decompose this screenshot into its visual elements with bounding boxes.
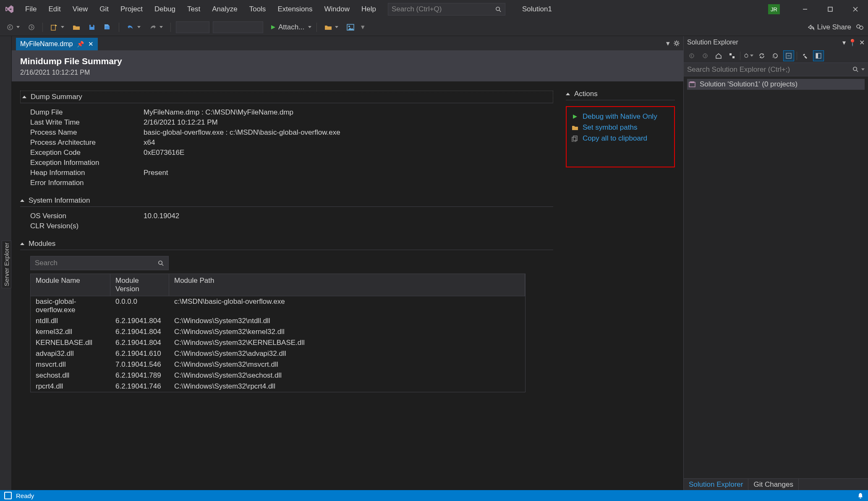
config-dropdown[interactable] bbox=[176, 21, 209, 33]
cell: sechost.dll bbox=[31, 370, 110, 381]
table-row[interactable]: sechost.dll6.2.19041.789C:\Windows\Syste… bbox=[31, 370, 525, 381]
play-icon bbox=[270, 24, 276, 30]
attach-button[interactable]: Attach... bbox=[270, 23, 311, 31]
info-row: CLR Version(s) bbox=[30, 221, 553, 231]
home-icon[interactable] bbox=[713, 50, 724, 61]
preview-icon[interactable] bbox=[813, 50, 824, 61]
menu-help[interactable]: Help bbox=[356, 3, 382, 16]
maximize-button[interactable] bbox=[818, 0, 843, 18]
action-copy-all-to-clipboard[interactable]: Copy all to clipboard bbox=[570, 133, 671, 144]
filter-icon[interactable] bbox=[743, 50, 754, 61]
modules-header[interactable]: Modules bbox=[20, 238, 553, 250]
column-header[interactable]: Module Version bbox=[110, 274, 169, 296]
properties-icon[interactable] bbox=[800, 50, 810, 61]
action-debug-with-native-only[interactable]: Debug with Native Only bbox=[570, 111, 671, 122]
system-info-header[interactable]: System Information bbox=[20, 195, 553, 207]
nav-forward-button[interactable] bbox=[26, 22, 37, 32]
table-row[interactable]: msvcrt.dll7.0.19041.546C:\Windows\System… bbox=[31, 359, 525, 370]
pin-icon[interactable]: 📌 bbox=[77, 41, 84, 47]
tab-git-changes[interactable]: Git Changes bbox=[748, 479, 799, 490]
menu-test[interactable]: Test bbox=[181, 3, 206, 16]
table-row[interactable]: kernel32.dll6.2.19041.804C:\Windows\Syst… bbox=[31, 326, 525, 337]
nav-back-button[interactable] bbox=[4, 22, 22, 32]
table-row[interactable]: advapi32.dll6.2.19041.610C:\Windows\Syst… bbox=[31, 348, 525, 359]
search-icon bbox=[495, 6, 502, 13]
solution-name: Solution1 bbox=[522, 5, 552, 13]
refresh-icon[interactable] bbox=[770, 50, 781, 61]
save-button[interactable] bbox=[86, 22, 98, 32]
folder-icon bbox=[572, 125, 579, 130]
menu-view[interactable]: View bbox=[67, 3, 94, 16]
tab-settings-icon[interactable] bbox=[673, 40, 680, 47]
solexp-toolbar bbox=[684, 49, 868, 63]
minimize-button[interactable] bbox=[792, 0, 818, 18]
cell: c:\MSDN\basic-global-overflow.exe bbox=[169, 296, 525, 316]
collapse-all-icon[interactable] bbox=[783, 50, 794, 61]
svg-rect-18 bbox=[572, 137, 576, 142]
svg-line-1 bbox=[499, 10, 501, 12]
table-row[interactable]: basic-global-overflow.exe0.0.0.0c:\MSDN\… bbox=[31, 296, 525, 316]
sync-icon[interactable] bbox=[756, 50, 767, 61]
close-icon[interactable]: ✕ bbox=[859, 39, 865, 47]
redo-button[interactable] bbox=[146, 22, 165, 32]
cell: C:\Windows\System32\advapi32.dll bbox=[169, 348, 525, 359]
solexp-search[interactable]: Search Solution Explorer (Ctrl+;) bbox=[684, 63, 868, 76]
side-tool-strip: Server Explorer Toolbox bbox=[0, 36, 12, 490]
switch-views-icon[interactable] bbox=[727, 50, 737, 61]
save-all-button[interactable] bbox=[101, 22, 114, 33]
column-header[interactable]: Module Name bbox=[31, 274, 110, 296]
menu-debug[interactable]: Debug bbox=[149, 3, 181, 16]
notification-bell-icon[interactable] bbox=[857, 492, 864, 499]
menu-git[interactable]: Git bbox=[94, 3, 115, 16]
info-key: Process Architecture bbox=[30, 138, 144, 147]
back-icon[interactable] bbox=[686, 50, 697, 61]
menu-analyze[interactable]: Analyze bbox=[206, 3, 243, 16]
action-set-symbol-paths[interactable]: Set symbol paths bbox=[570, 122, 671, 133]
menu-project[interactable]: Project bbox=[115, 3, 149, 16]
liveshare-button[interactable]: Live Share bbox=[807, 23, 851, 31]
menu-edit[interactable]: Edit bbox=[42, 3, 66, 16]
dropdown-icon[interactable]: ▾ bbox=[842, 39, 846, 47]
menu-file[interactable]: File bbox=[19, 3, 42, 16]
open-button[interactable] bbox=[70, 23, 83, 32]
server-explorer-tab[interactable]: Server Explorer bbox=[2, 240, 11, 288]
titlebar: FileEditViewGitProjectDebugTestAnalyzeTo… bbox=[0, 0, 868, 18]
forward-icon[interactable] bbox=[700, 50, 711, 61]
close-button[interactable] bbox=[843, 0, 868, 18]
new-item-button[interactable] bbox=[48, 22, 67, 33]
feedback-icon[interactable] bbox=[855, 23, 864, 31]
svg-rect-22 bbox=[732, 56, 735, 58]
menu-tools[interactable]: Tools bbox=[243, 3, 272, 16]
undo-button[interactable] bbox=[124, 22, 143, 32]
close-icon[interactable]: ✕ bbox=[88, 40, 94, 48]
info-key: CLR Version(s) bbox=[30, 222, 144, 230]
svg-point-15 bbox=[159, 261, 162, 264]
tab-overflow-icon[interactable]: ▾ bbox=[666, 39, 670, 48]
info-row: Last Write Time2/16/2021 10:12:21 PM bbox=[30, 117, 553, 128]
table-row[interactable]: ntdll.dll6.2.19041.804C:\Windows\System3… bbox=[31, 316, 525, 326]
menu-window[interactable]: Window bbox=[319, 3, 356, 16]
table-row[interactable]: rpcrt4.dll6.2.19041.746C:\Windows\System… bbox=[31, 381, 525, 392]
chevron-up-icon bbox=[566, 93, 570, 95]
info-value: basic-global-overflow.exe : c:\MSDN\basi… bbox=[144, 128, 340, 137]
platform-dropdown[interactable] bbox=[213, 21, 263, 33]
column-header[interactable]: Module Path bbox=[169, 274, 525, 296]
actions-header[interactable]: Actions bbox=[566, 88, 675, 100]
tab-solution-explorer[interactable]: Solution Explorer bbox=[684, 479, 748, 490]
dump-summary-header[interactable]: Dump Summary bbox=[20, 91, 553, 103]
user-badge[interactable]: JR bbox=[768, 4, 780, 14]
image-tool-button[interactable] bbox=[344, 22, 357, 32]
quick-search[interactable]: Search (Ctrl+Q) bbox=[388, 3, 505, 16]
table-row[interactable]: KERNELBASE.dll6.2.19041.804C:\Windows\Sy… bbox=[31, 337, 525, 348]
menu-extensions[interactable]: Extensions bbox=[272, 3, 318, 16]
modules-search[interactable]: Search bbox=[30, 256, 169, 270]
svg-point-19 bbox=[690, 54, 694, 58]
folder-icon-button[interactable] bbox=[322, 23, 341, 32]
solution-root-node[interactable]: Solution 'Solution1' (0 projects) bbox=[687, 79, 865, 90]
solution-icon bbox=[689, 81, 696, 88]
pin-icon[interactable]: 📍 bbox=[848, 39, 857, 47]
document-tab[interactable]: MyFileName.dmp 📌 ✕ bbox=[16, 38, 98, 50]
status-icon[interactable] bbox=[4, 492, 12, 499]
svg-rect-28 bbox=[816, 53, 818, 58]
cell: C:\Windows\System32\kernel32.dll bbox=[169, 326, 525, 337]
